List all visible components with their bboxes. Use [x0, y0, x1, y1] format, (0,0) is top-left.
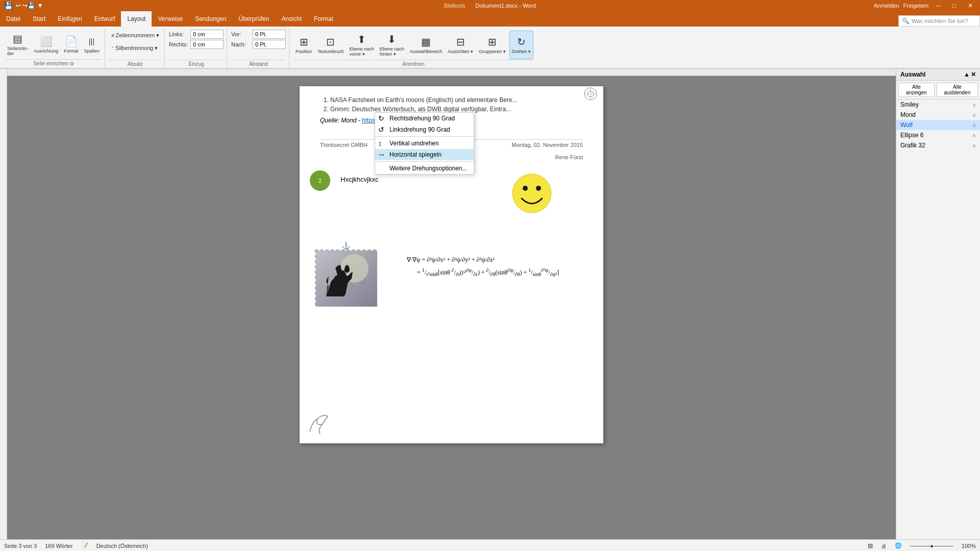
gruppieren-icon: ⊞ [488, 36, 497, 48]
format-label: Format [64, 48, 79, 54]
zeilennummern-icon: ≡ [111, 32, 114, 38]
nach-group: Nach: [231, 40, 286, 49]
group-seite-einrichten: ▤ Seitenrän-der ⬜ Ausrichtung 📄 Format ⫼… [2, 29, 105, 68]
tab-entwurf[interactable]: Entwurf [88, 11, 121, 27]
einzug-label: Einzug [169, 60, 224, 67]
footer-right: Montag, 02. November 2015 [512, 142, 583, 148]
menu-item-vertikal[interactable]: ↕ Vertikal umdrehen [375, 138, 474, 149]
doc-area[interactable]: NASA Factsheet on Earth's moons (Englisc… [7, 69, 896, 539]
panel-close[interactable]: ✕ [971, 71, 976, 78]
menu-separator-2 [375, 161, 474, 162]
panel-actions: Alle anzeigen Alle ausblenden [896, 81, 980, 99]
menu-item-linksdrehung[interactable]: ↺ Linksdrehung 90 Grad [375, 124, 474, 135]
absatz-label: Absatz [109, 60, 161, 67]
freigeben-btn[interactable]: Freigeben [903, 3, 929, 9]
rechts-input[interactable] [190, 40, 224, 49]
horizontal-icon: ↔ [378, 151, 385, 159]
panel-item-grafik[interactable]: Grafik 32 ∧ [896, 140, 980, 151]
position-btn[interactable]: ⊞ Position [293, 31, 314, 59]
alle-ausblenden-btn[interactable]: Alle ausblenden [937, 83, 978, 97]
ausrichtung-btn[interactable]: ⬜ Ausrichtung [32, 30, 61, 59]
textumbruch-label: Textumbruch [317, 49, 344, 54]
menu-item-weitere[interactable]: Weitere Drehungsoptionen... [375, 163, 474, 174]
view-print-icon[interactable]: 🖨 [881, 543, 887, 549]
seitenraender-btn[interactable]: ▤ Seitenrän-der [5, 30, 31, 59]
rechtsdrehung-label: Rechtsdrehung 90 Grad [389, 115, 455, 122]
footer-left: Thinksecret GMBH [320, 142, 368, 148]
menu-item-horizontal[interactable]: ↔ Horizontal spiegeln [375, 149, 474, 160]
anmelden-btn[interactable]: Anmelden [874, 3, 899, 9]
position-label: Position [296, 49, 312, 54]
silbentrennung-btn[interactable]: ⁻ Silbentrennung ▾ [109, 42, 160, 54]
top-ruler [7, 69, 896, 76]
abstand-label: Abstand [231, 60, 286, 67]
maximize-btn[interactable]: □ [948, 1, 960, 10]
menu-separator-1 [375, 136, 474, 137]
language[interactable]: Deutsch (Österreich) [96, 543, 148, 549]
alle-anzeigen-btn[interactable]: Alle anzeigen [898, 83, 935, 97]
vertikal-label: Vertikal umdrehen [389, 140, 439, 147]
panel-item-wolf[interactable]: Wolf ∧ [896, 120, 980, 130]
textumbruch-btn[interactable]: ⊡ Textumbruch [315, 31, 346, 59]
vor-input[interactable] [253, 30, 286, 39]
titlebar-title: Dokument1.docx - Word [476, 3, 536, 9]
smiley-arrow: ∧ [972, 102, 976, 108]
text-block: Hxcjkhcvjkxc [340, 176, 378, 183]
view-normal-icon[interactable]: ▤ [868, 542, 873, 549]
smiley-label: Smiley [900, 101, 919, 108]
zoom-slider[interactable]: ─────●───── [910, 543, 953, 549]
seite-einrichten-expand[interactable]: ⧉ [70, 61, 74, 66]
ebene-vorne-label: Ebene nachvorne ▾ [350, 46, 374, 57]
nach-input[interactable] [253, 40, 286, 49]
tab-datei[interactable]: Datei [0, 11, 27, 27]
search-bar[interactable]: 🔍 Was möchten Sie tun? [898, 15, 980, 27]
wolf-label: Wolf [900, 121, 913, 129]
auswahlbereich-label: Auswahlbereich [410, 49, 443, 54]
tab-format[interactable]: Format [308, 11, 339, 27]
zeilennummern-btn[interactable]: ≡ Zeilennummern ▾ [109, 30, 161, 41]
close-btn[interactable]: ✕ [964, 1, 976, 10]
linksdrehung-icon: ↺ [378, 126, 384, 134]
view-web-icon[interactable]: 🌐 [895, 542, 902, 549]
menu-item-rechtsdrehung[interactable]: ↻ Rechtsdrehung 90 Grad [375, 113, 474, 124]
panel-scroll-up[interactable]: ▲ [964, 71, 970, 78]
tab-ueberpruefen[interactable]: Überprüfen [233, 11, 276, 27]
minimize-btn[interactable]: ─ [933, 1, 944, 10]
zeilennummern-label: Zeilennummern ▾ [116, 32, 159, 39]
panel-item-mond[interactable]: Mond ∧ [896, 110, 980, 120]
green-circle[interactable]: 2 [310, 170, 330, 191]
auswahlbereich-btn[interactable]: ▦ Auswahlbereich [408, 31, 445, 59]
ebene-hinten-btn[interactable]: ⬇ Ebene nachhinten ▾ [378, 31, 406, 59]
spell-check-icon[interactable]: 📝 [81, 542, 88, 549]
panel-item-smiley[interactable]: Smiley ∧ [896, 99, 980, 110]
einzug-content: Links: Rechts: [169, 30, 224, 60]
links-input[interactable] [190, 30, 224, 39]
ebene-vorne-btn[interactable]: ⬆ Ebene nachvorne ▾ [348, 31, 376, 59]
wolf-arrow: ∧ [972, 122, 976, 128]
smiley-container[interactable] [511, 173, 552, 215]
drehen-btn[interactable]: ↻ Drehen ▾ [509, 31, 533, 59]
mond-arrow: ∧ [972, 112, 976, 118]
quick-access[interactable]: ↩ ↪💾 ▼ [16, 2, 43, 9]
tab-ansicht[interactable]: Ansicht [276, 11, 308, 27]
bottom-left-deco [305, 411, 330, 438]
ribbon: Datei Start Einfügen Entwurf Layout Verw… [0, 11, 980, 69]
tab-sendungen[interactable]: Sendungen [189, 11, 232, 27]
gruppieren-btn[interactable]: ⊞ Gruppieren ▾ [477, 31, 508, 59]
tab-verweise[interactable]: Verweise [152, 11, 189, 27]
context-menu: ↻ Rechtsdrehung 90 Grad ↺ Linksdrehung 9… [375, 112, 474, 174]
position-icon: ⊞ [300, 36, 308, 48]
right-panel: Auswahl ▲ ✕ Alle anzeigen Alle ausblende… [896, 69, 980, 539]
tab-layout[interactable]: Layout [121, 11, 152, 27]
ausrichten-btn[interactable]: ⊟ Ausrichten ▾ [446, 31, 475, 59]
tab-start[interactable]: Start [27, 11, 52, 27]
group-einzug: Links: Rechts: Einzug [166, 29, 227, 68]
panel-item-ellipse[interactable]: Ellipse 6 ∧ [896, 130, 980, 140]
gruppieren-label: Gruppieren ▾ [479, 49, 506, 54]
spalten-btn[interactable]: ⫼ Spalten [82, 30, 102, 59]
format-btn[interactable]: 📄 Format [62, 30, 81, 59]
math-formula: ∇·∇ψ = ∂²ψ/∂x² + ∂²ψ/∂y² + ∂²ψ/∂z² = 1/r… [407, 255, 559, 279]
moon-container[interactable] [330, 234, 371, 287]
tab-einfuegen[interactable]: Einfügen [52, 11, 88, 27]
main-layout: NASA Factsheet on Earth's moons (Englisc… [0, 69, 980, 539]
